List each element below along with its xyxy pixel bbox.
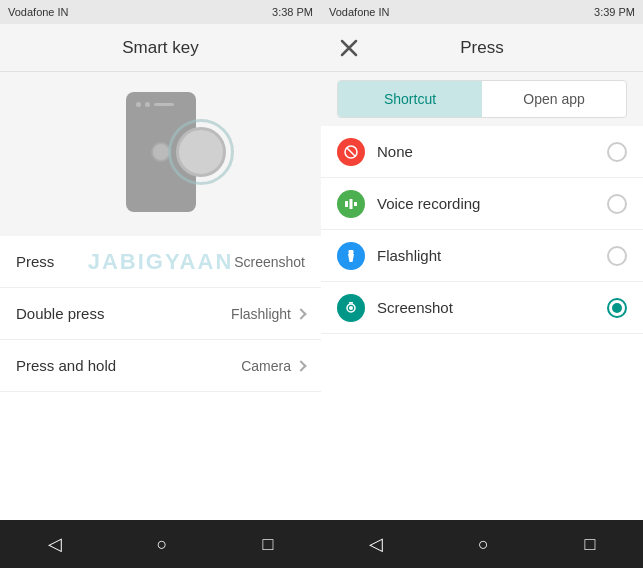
back-icon-right[interactable]: ◁: [369, 533, 383, 555]
screenshot-label: Screenshot: [377, 299, 453, 316]
option-voice-left: Voice recording: [337, 190, 480, 218]
phone-body: [126, 92, 196, 212]
option-voice-recording[interactable]: Voice recording: [321, 178, 643, 230]
menu-items-list: Press Screenshot JABIGYAAN Double press …: [0, 236, 321, 520]
press-menu-item[interactable]: Press Screenshot JABIGYAAN: [0, 236, 321, 288]
time-right: 3:39 PM: [594, 6, 635, 18]
double-press-chevron: [295, 308, 306, 319]
flashlight-radio[interactable]: [607, 246, 627, 266]
option-flashlight-left: Flashlight: [337, 242, 441, 270]
flashlight-label: Flashlight: [377, 247, 441, 264]
recents-icon-right[interactable]: □: [584, 534, 595, 555]
flashlight-icon: [337, 242, 365, 270]
press-hold-label: Press and hold: [16, 357, 116, 374]
options-list: None Voice recording: [321, 126, 643, 520]
carrier-left: Vodafone IN: [8, 6, 69, 18]
option-flashlight[interactable]: Flashlight: [321, 230, 643, 282]
press-value: Screenshot: [234, 254, 305, 270]
right-panel: Vodafone IN 3:39 PM Press Shortcut Open …: [321, 0, 643, 568]
status-bar-right: Vodafone IN 3:39 PM: [321, 0, 643, 24]
bottom-nav-right: ◁ ○ □: [321, 520, 643, 568]
press-hold-menu-item[interactable]: Press and hold Camera: [0, 340, 321, 392]
svg-rect-4: [345, 201, 348, 207]
watermark: JABIGYAAN: [88, 249, 234, 275]
smart-key-physical-button: [176, 127, 226, 177]
option-screenshot[interactable]: Screenshot: [321, 282, 643, 334]
phone-top-bar: [136, 102, 186, 107]
screenshot-icon: [337, 294, 365, 322]
screenshot-radio[interactable]: [607, 298, 627, 318]
close-button[interactable]: [337, 36, 361, 60]
voice-recording-label: Voice recording: [377, 195, 480, 212]
bottom-nav-left: ◁ ○ □: [0, 520, 321, 568]
press-value-text: Screenshot: [234, 254, 305, 270]
phone-dot-3: [154, 103, 174, 106]
double-press-label: Double press: [16, 305, 104, 322]
header-left: Smart key: [0, 24, 321, 72]
tab-open-app[interactable]: Open app: [482, 81, 626, 117]
phone-dot-2: [145, 102, 150, 107]
status-bar-left: Vodafone IN 3:38 PM: [0, 0, 321, 24]
svg-rect-11: [349, 302, 353, 304]
smart-key-title: Smart key: [122, 38, 199, 58]
none-icon: [337, 138, 365, 166]
header-right: Press: [321, 24, 643, 72]
option-screenshot-left: Screenshot: [337, 294, 453, 322]
svg-marker-8: [348, 254, 354, 262]
option-none-left: None: [337, 138, 413, 166]
carrier-right: Vodafone IN: [329, 6, 390, 18]
svg-point-10: [349, 306, 353, 310]
press-hold-value-text: Camera: [241, 358, 291, 374]
svg-rect-5: [350, 199, 353, 209]
none-radio[interactable]: [607, 142, 627, 162]
phone-illustration: [0, 72, 321, 232]
press-header-title: Press: [460, 38, 503, 58]
left-panel: Vodafone IN 3:38 PM Smart key Press Scre…: [0, 0, 321, 568]
none-label: None: [377, 143, 413, 160]
svg-rect-7: [349, 250, 354, 254]
recents-icon-left[interactable]: □: [263, 534, 274, 555]
press-label: Press: [16, 253, 54, 270]
home-icon-right[interactable]: ○: [478, 534, 489, 555]
back-icon-left[interactable]: ◁: [48, 533, 62, 555]
screenshot-radio-inner: [612, 303, 622, 313]
double-press-value: Flashlight: [231, 306, 305, 322]
svg-rect-6: [354, 202, 357, 206]
tab-shortcut[interactable]: Shortcut: [338, 81, 482, 117]
double-press-menu-item[interactable]: Double press Flashlight: [0, 288, 321, 340]
home-icon-left[interactable]: ○: [157, 534, 168, 555]
voice-recording-icon: [337, 190, 365, 218]
tab-bar: Shortcut Open app: [337, 80, 627, 118]
option-none[interactable]: None: [321, 126, 643, 178]
press-hold-value: Camera: [241, 358, 305, 374]
svg-line-3: [347, 147, 356, 156]
phone-dot-1: [136, 102, 141, 107]
double-press-value-text: Flashlight: [231, 306, 291, 322]
press-hold-chevron: [295, 360, 306, 371]
voice-recording-radio[interactable]: [607, 194, 627, 214]
time-left: 3:38 PM: [272, 6, 313, 18]
